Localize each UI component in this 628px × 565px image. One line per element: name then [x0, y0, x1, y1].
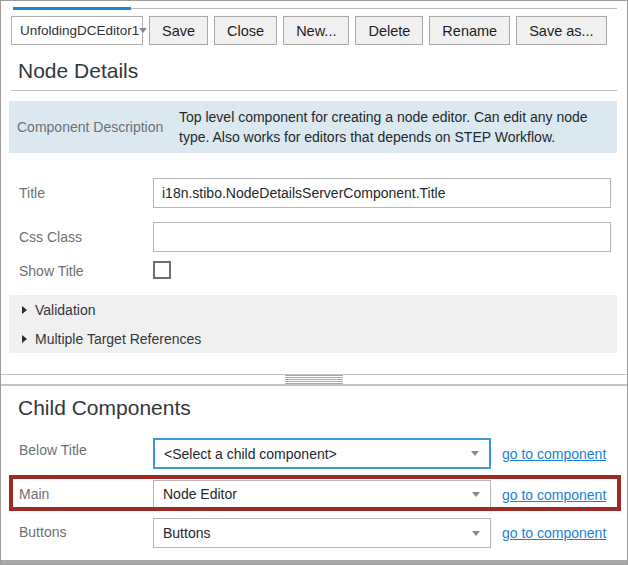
main-go-to-component-link[interactable]: go to component — [502, 487, 606, 503]
component-description-label: Component Description — [17, 119, 163, 135]
below-title-dropdown-value: <Select a child component> — [164, 446, 337, 462]
chevron-down-icon — [472, 531, 480, 536]
top-divider-line — [131, 8, 617, 9]
toolbar: UnfoldingDCEditor1 Save Close New... Del… — [11, 16, 607, 45]
validation-section-label: Validation — [35, 302, 95, 318]
expand-arrow-icon — [22, 335, 27, 343]
title-field-label: Title — [19, 185, 45, 201]
delete-button[interactable]: Delete — [355, 16, 423, 45]
below-title-dropdown[interactable]: <Select a child component> — [153, 438, 491, 469]
component-description-panel: Component Description Top level componen… — [9, 101, 617, 153]
main-dropdown-value: Node Editor — [163, 486, 237, 502]
below-title-row-label: Below Title — [19, 442, 87, 458]
top-accent-bar — [13, 7, 131, 10]
panel-splitter[interactable] — [1, 374, 627, 386]
buttons-go-to-component-link[interactable]: go to component — [502, 525, 606, 541]
component-description-text: Top level component for creating a node … — [179, 107, 611, 147]
expand-arrow-icon — [22, 306, 27, 314]
main-dropdown[interactable]: Node Editor — [153, 480, 491, 508]
title-input[interactable] — [153, 178, 611, 208]
css-class-field-label: Css Class — [19, 229, 82, 245]
buttons-row-label: Buttons — [19, 524, 66, 540]
chevron-down-icon — [471, 451, 479, 456]
close-button[interactable]: Close — [214, 16, 277, 45]
validation-section-toggle[interactable]: Validation — [9, 295, 617, 324]
main-row-label: Main — [19, 486, 49, 502]
child-components-heading: Child Components — [18, 396, 191, 420]
editor-select-value: UnfoldingDCEditor1 — [20, 23, 139, 38]
editor-select-dropdown[interactable]: UnfoldingDCEditor1 — [11, 16, 143, 45]
splitter-grip-icon[interactable] — [285, 375, 343, 384]
chevron-down-icon — [472, 492, 480, 497]
save-button[interactable]: Save — [149, 16, 208, 45]
collapsible-sections: Validation Multiple Target References — [9, 295, 617, 353]
save-as-button[interactable]: Save as... — [516, 16, 606, 45]
show-title-checkbox[interactable] — [153, 261, 171, 279]
buttons-dropdown-value: Buttons — [163, 525, 210, 541]
node-details-heading: Node Details — [18, 59, 138, 83]
bottom-border-bar — [1, 560, 627, 564]
show-title-field-label: Show Title — [19, 263, 84, 279]
css-class-input[interactable] — [153, 222, 611, 252]
multiple-target-references-section-toggle[interactable]: Multiple Target References — [9, 324, 617, 353]
multiple-target-references-section-label: Multiple Target References — [35, 331, 201, 347]
chevron-down-icon — [139, 28, 147, 33]
new-button[interactable]: New... — [283, 16, 349, 45]
buttons-dropdown[interactable]: Buttons — [153, 518, 491, 548]
component-editor-panel: UnfoldingDCEditor1 Save Close New... Del… — [0, 0, 628, 565]
heading-divider — [11, 90, 617, 91]
below-title-go-to-component-link[interactable]: go to component — [502, 446, 606, 462]
rename-button[interactable]: Rename — [429, 16, 510, 45]
